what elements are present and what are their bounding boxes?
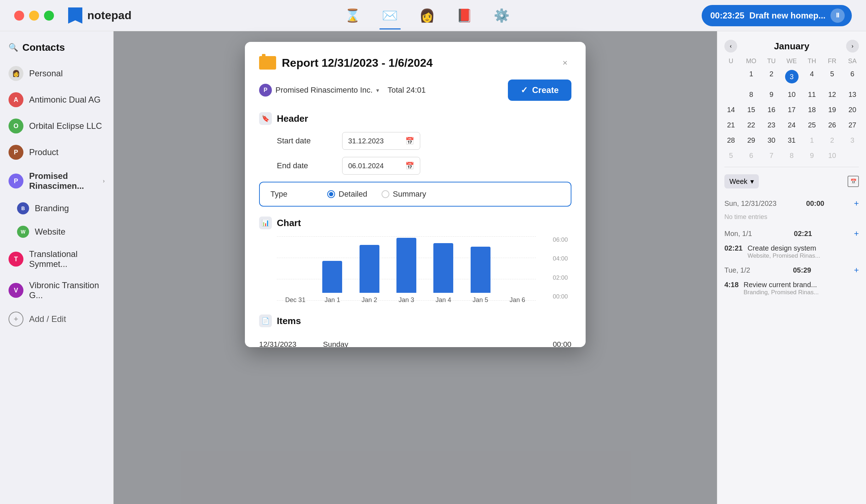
- sidebar-label-translational: Translational Symmet...: [29, 249, 105, 269]
- nav-mail[interactable]: ✉️: [382, 8, 398, 23]
- nav-settings[interactable]: ⚙️: [494, 8, 510, 23]
- cal-day-feb5[interactable]: 5: [721, 148, 741, 163]
- sidebar-item-vibronic[interactable]: V Vibronic Transition G...: [0, 275, 113, 306]
- cal-day-21[interactable]: 21: [721, 117, 741, 133]
- company-selector[interactable]: P Promised Rinascimento Inc. ▾: [259, 84, 379, 97]
- cal-day-15[interactable]: 15: [741, 102, 761, 117]
- chart-icon: 📊: [259, 217, 272, 229]
- calendar-prev-button[interactable]: ‹: [724, 40, 737, 53]
- close-button[interactable]: ×: [559, 56, 571, 69]
- header-title: Header: [277, 113, 308, 124]
- entry-sub-1: Branding, Promised Rinas...: [744, 289, 819, 296]
- day-label-jan2: Tue, 1/2: [724, 266, 750, 274]
- calendar-next-button[interactable]: ›: [846, 40, 859, 53]
- cal-day-10[interactable]: 10: [782, 87, 802, 102]
- cal-day-25[interactable]: 25: [802, 117, 822, 133]
- cal-day-24[interactable]: 24: [782, 117, 802, 133]
- radio-detailed-label: Detailed: [339, 190, 367, 199]
- maximize-traffic-light[interactable]: [44, 11, 54, 21]
- company-avatar: P: [259, 84, 272, 97]
- cal-day-30[interactable]: 30: [761, 133, 782, 148]
- day-add-dec31[interactable]: +: [854, 198, 859, 208]
- modal-header: Report 12/31/2023 - 1/6/2024 ×: [259, 56, 571, 70]
- cal-day-22[interactable]: 22: [741, 117, 761, 133]
- avatar-promised: P: [9, 174, 23, 188]
- sidebar-item-website[interactable]: W Website: [0, 220, 113, 243]
- week-selector: Week ▾ 📅: [717, 171, 866, 192]
- cal-day-16[interactable]: 16: [761, 102, 782, 117]
- timer-badge[interactable]: 00:23:25 Draft new homep... ⏸: [702, 5, 852, 26]
- create-button[interactable]: ✓ Create: [508, 80, 571, 101]
- day-total-jan2: 05:29: [793, 266, 811, 274]
- cal-day-29[interactable]: 29: [741, 133, 761, 148]
- start-date-input[interactable]: 31.12.2023 📅: [342, 132, 420, 150]
- cal-day-feb8[interactable]: 8: [782, 148, 802, 163]
- cal-day-feb2[interactable]: 2: [822, 133, 842, 148]
- minimize-traffic-light[interactable]: [29, 11, 39, 21]
- cal-day-9[interactable]: 9: [761, 87, 782, 102]
- cal-day-2[interactable]: 2: [761, 66, 782, 87]
- cal-day-28[interactable]: 28: [721, 133, 741, 148]
- dropdown-arrow-icon: ▾: [376, 87, 379, 94]
- cal-day-26[interactable]: 26: [822, 117, 842, 133]
- cal-day-4[interactable]: 4: [802, 66, 822, 87]
- cal-day-3[interactable]: 3: [782, 66, 802, 87]
- cal-day-feb3[interactable]: 3: [842, 133, 862, 148]
- calendar-week-5: 28 29 30 31 1 2 3: [721, 133, 862, 148]
- calendar-view-icon[interactable]: 📅: [848, 176, 859, 187]
- cal-day-12[interactable]: 12: [822, 87, 842, 102]
- end-date-input[interactable]: 06.01.2024 📅: [342, 157, 420, 175]
- sidebar-item-antimonic[interactable]: A Antimonic Dual AG: [0, 87, 113, 113]
- cal-day-20[interactable]: 20: [842, 102, 862, 117]
- calendar-header: ‹ January ›: [717, 31, 866, 56]
- cal-day-14[interactable]: 14: [721, 102, 741, 117]
- cal-day-8[interactable]: 8: [741, 87, 761, 102]
- bookmark-icon: 🔖: [259, 112, 272, 125]
- sidebar-item-personal[interactable]: 👩 Personal: [0, 60, 113, 87]
- bar-jan2: Jan 2: [351, 245, 388, 304]
- sidebar-label-product: Product: [29, 147, 59, 157]
- cal-day-17[interactable]: 17: [782, 102, 802, 117]
- cal-day-11[interactable]: 11: [802, 87, 822, 102]
- sidebar-item-translational[interactable]: T Translational Symmet...: [0, 243, 113, 275]
- radio-summary[interactable]: Summary: [382, 190, 426, 199]
- entry-item-0[interactable]: 02:21 Create design system Website, Prom…: [724, 241, 859, 262]
- cal-day-5[interactable]: 5: [822, 66, 842, 87]
- sidebar-item-product[interactable]: P Product: [0, 139, 113, 165]
- nav-hourglass[interactable]: ⌛: [345, 8, 361, 23]
- cal-day-feb10[interactable]: 10: [822, 148, 842, 163]
- day-add-jan2[interactable]: +: [854, 265, 859, 275]
- sidebar-item-branding[interactable]: B Branding: [0, 197, 113, 220]
- sidebar-add[interactable]: + Add / Edit: [0, 306, 113, 332]
- calendar-icon-2: 📅: [405, 161, 414, 170]
- close-traffic-light[interactable]: [14, 11, 24, 21]
- cal-day-18[interactable]: 18: [802, 102, 822, 117]
- cal-day-13[interactable]: 13: [842, 87, 862, 102]
- radio-detailed[interactable]: Detailed: [327, 190, 367, 199]
- nav-profile[interactable]: 👩: [419, 8, 435, 23]
- header-section-title: 🔖 Header: [259, 112, 571, 125]
- cal-day-feb1[interactable]: 1: [802, 133, 822, 148]
- bar-dec31: Dec 31: [277, 293, 314, 304]
- week-dropdown[interactable]: Week ▾: [724, 174, 759, 188]
- cal-day-19[interactable]: 19: [822, 102, 842, 117]
- bar-jan4-label: Jan 4: [435, 296, 451, 304]
- cal-day-1[interactable]: 1: [741, 66, 761, 87]
- pause-button[interactable]: ⏸: [831, 9, 845, 23]
- cal-day-feb9[interactable]: 9: [802, 148, 822, 163]
- calendar-month: January: [774, 41, 810, 52]
- end-date-row: End date 06.01.2024 📅: [259, 157, 571, 175]
- radio-detailed-circle: [327, 190, 335, 198]
- cal-day-27[interactable]: 27: [842, 117, 862, 133]
- cal-day-23[interactable]: 23: [761, 117, 782, 133]
- day-add-jan1[interactable]: +: [854, 229, 859, 239]
- cal-day-6[interactable]: 6: [842, 66, 862, 87]
- cal-day-31[interactable]: 31: [782, 133, 802, 148]
- sidebar-item-promised[interactable]: P Promised Rinascimen... ›: [0, 165, 113, 197]
- search-icon[interactable]: 🔍: [9, 43, 18, 52]
- entry-item-1[interactable]: 4:18 Review current brand... Branding, P…: [724, 278, 859, 299]
- nav-book[interactable]: 📕: [456, 8, 472, 23]
- cal-day-feb6[interactable]: 6: [741, 148, 761, 163]
- sidebar-item-orbital[interactable]: O Orbital Eclipse LLC: [0, 113, 113, 139]
- cal-day-feb7[interactable]: 7: [761, 148, 782, 163]
